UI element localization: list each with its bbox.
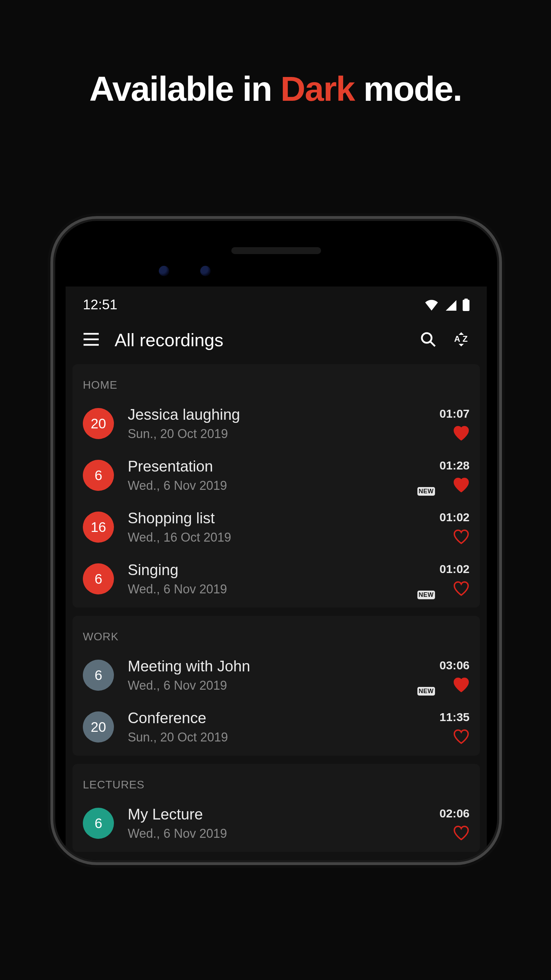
recording-meta: 01:28 xyxy=(440,459,470,492)
recording-date: Wed., 6 Nov 2019 xyxy=(128,582,440,597)
recording-row[interactable]: 6My LectureWed., 6 Nov 201902:06 xyxy=(73,797,480,849)
recording-name: Conference xyxy=(128,710,440,727)
phone-mock: 12:51 All recordings xyxy=(55,221,497,860)
recording-duration: 11:35 xyxy=(440,710,470,724)
menu-button[interactable] xyxy=(81,330,101,350)
heart-outline-icon[interactable] xyxy=(453,825,470,840)
section-header: WORK xyxy=(73,619,480,649)
recording-row[interactable]: 20ConferenceSun., 20 Oct 201911:35 xyxy=(73,701,480,753)
battery-icon xyxy=(463,299,470,311)
recording-duration: 03:06 xyxy=(440,659,470,672)
recording-main: Jessica laughingSun., 20 Oct 2019 xyxy=(128,406,440,441)
recording-meta: 01:02 xyxy=(440,511,470,544)
recording-duration: 01:07 xyxy=(440,407,470,420)
svg-point-2 xyxy=(422,333,432,343)
recording-row[interactable]: 6SingingWed., 6 Nov 201901:02NEW xyxy=(73,553,480,605)
recording-row[interactable]: 16Shopping listWed., 16 Oct 201901:02 xyxy=(73,501,480,553)
hero-text-highlight: Dark xyxy=(281,69,355,108)
recording-meta: 02:06 xyxy=(440,807,470,840)
hero-headline: Available in Dark mode. xyxy=(0,0,551,109)
new-badge: NEW xyxy=(417,687,435,695)
recording-main: My LectureWed., 6 Nov 2019 xyxy=(128,806,440,841)
svg-rect-1 xyxy=(464,299,468,300)
recording-duration: 01:02 xyxy=(440,511,470,524)
recording-main: PresentationWed., 6 Nov 2019 xyxy=(128,458,440,493)
recording-duration: 01:02 xyxy=(440,562,470,576)
section: LECTURES6My LectureWed., 6 Nov 201902:06 xyxy=(73,764,480,852)
recording-duration: 02:06 xyxy=(440,807,470,820)
day-bubble: 6 xyxy=(83,808,114,839)
recording-main: ConferenceSun., 20 Oct 2019 xyxy=(128,710,440,745)
heart-outline-icon[interactable] xyxy=(453,581,470,596)
svg-text:A: A xyxy=(454,334,460,344)
day-bubble: 20 xyxy=(83,408,114,439)
section: HOME20Jessica laughingSun., 20 Oct 20190… xyxy=(73,364,480,608)
recording-main: Shopping listWed., 16 Oct 2019 xyxy=(128,509,440,545)
day-bubble: 6 xyxy=(83,460,114,491)
recording-main: SingingWed., 6 Nov 2019 xyxy=(128,561,440,597)
front-camera-icon xyxy=(159,266,169,276)
recording-date: Wed., 6 Nov 2019 xyxy=(128,479,440,493)
recording-date: Sun., 20 Oct 2019 xyxy=(128,426,440,441)
recordings-list: HOME20Jessica laughingSun., 20 Oct 20190… xyxy=(65,364,487,852)
recording-duration: 01:28 xyxy=(440,459,470,472)
page-title: All recordings xyxy=(115,330,404,350)
section: WORK6Meeting with JohnWed., 6 Nov 201903… xyxy=(73,616,480,756)
search-button[interactable] xyxy=(419,330,438,350)
recording-row[interactable]: 6PresentationWed., 6 Nov 201901:28NEW xyxy=(73,449,480,501)
day-bubble: 20 xyxy=(83,711,114,743)
recording-meta: 01:02 xyxy=(440,562,470,596)
recording-name: My Lecture xyxy=(128,806,440,823)
heart-outline-icon[interactable] xyxy=(453,729,470,744)
recording-row[interactable]: 20Jessica laughingSun., 20 Oct 201901:07 xyxy=(73,398,480,449)
hero-text-a: Available in xyxy=(89,69,281,108)
recording-row[interactable]: 6Meeting with JohnWed., 6 Nov 201903:06N… xyxy=(73,649,480,701)
recording-date: Wed., 6 Nov 2019 xyxy=(128,678,440,693)
recording-date: Sun., 20 Oct 2019 xyxy=(128,730,440,745)
section-header: HOME xyxy=(73,367,480,398)
new-badge: NEW xyxy=(417,590,435,599)
recording-name: Singing xyxy=(128,561,440,579)
hamburger-icon xyxy=(83,332,99,348)
svg-rect-0 xyxy=(463,300,470,311)
status-time: 12:51 xyxy=(83,297,117,312)
recording-name: Shopping list xyxy=(128,509,440,527)
section-header: LECTURES xyxy=(73,767,480,797)
heart-filled-icon[interactable] xyxy=(453,425,470,441)
recording-date: Wed., 6 Nov 2019 xyxy=(128,826,440,841)
search-icon xyxy=(420,331,436,349)
sort-button[interactable]: A Z xyxy=(452,330,471,350)
front-camera-icon xyxy=(200,266,210,276)
phone-screen: 12:51 All recordings xyxy=(65,286,487,860)
hero-text-c: mode. xyxy=(355,69,462,108)
recording-name: Presentation xyxy=(128,458,440,475)
day-bubble: 6 xyxy=(83,660,114,691)
new-badge: NEW xyxy=(417,487,435,496)
heart-filled-icon[interactable] xyxy=(453,477,470,492)
day-bubble: 16 xyxy=(83,512,114,542)
app-bar: All recordings A Z xyxy=(65,319,487,364)
wifi-icon xyxy=(425,299,438,311)
phone-speaker xyxy=(231,247,321,254)
heart-filled-icon[interactable] xyxy=(453,677,470,692)
status-bar: 12:51 xyxy=(65,286,487,319)
heart-outline-icon[interactable] xyxy=(453,529,470,544)
day-bubble: 6 xyxy=(83,563,114,594)
recording-main: Meeting with JohnWed., 6 Nov 2019 xyxy=(128,658,440,693)
recording-name: Meeting with John xyxy=(128,658,440,675)
recording-meta: 03:06 xyxy=(440,659,470,692)
svg-text:Z: Z xyxy=(463,334,468,344)
recording-meta: 01:07 xyxy=(440,407,470,441)
sort-az-icon: A Z xyxy=(452,331,470,349)
recording-date: Wed., 16 Oct 2019 xyxy=(128,530,440,545)
recording-name: Jessica laughing xyxy=(128,406,440,423)
cellular-icon xyxy=(445,299,456,311)
recording-meta: 11:35 xyxy=(440,710,470,744)
